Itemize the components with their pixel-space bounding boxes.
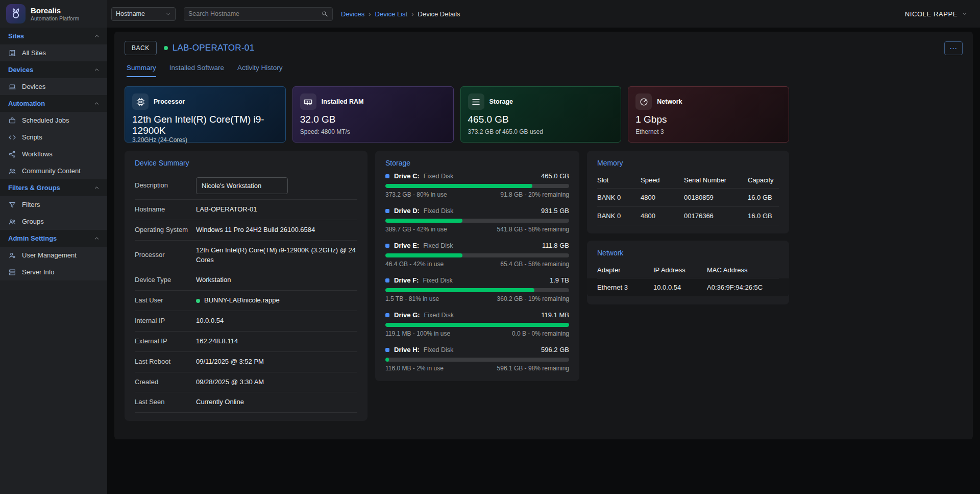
- row-label: Last User: [135, 296, 196, 305]
- breadcrumb-devices[interactable]: Devices: [341, 10, 364, 18]
- gauge-icon: [635, 93, 652, 110]
- sidebar-item-devices[interactable]: Devices: [0, 78, 107, 95]
- stat-title: Storage: [489, 98, 513, 105]
- drive-name: Drive E:: [394, 242, 419, 249]
- breadcrumb-device-list[interactable]: Device List: [375, 10, 408, 18]
- online-status-dot: [164, 46, 168, 50]
- sidebar-item-label: Groups: [22, 218, 44, 225]
- ram-icon: [300, 93, 316, 110]
- sidebar-item-scheduled-jobs[interactable]: Scheduled Jobs: [0, 112, 107, 129]
- drive-type: Fixed Disk: [424, 312, 454, 319]
- sidebar-section-filters-groups[interactable]: Filters & Groups: [0, 179, 107, 196]
- drive-usage-bar: [385, 358, 569, 362]
- cell-speed: 4800: [641, 194, 684, 201]
- brand-subtitle: Automation Platform: [31, 15, 79, 21]
- summary-row-description: Description: [135, 172, 357, 200]
- tab-installed-software[interactable]: Installed Software: [169, 64, 224, 77]
- column-header: Serial Number: [684, 176, 748, 184]
- brand-name: Borealis: [31, 6, 79, 15]
- column-header: Slot: [597, 176, 641, 184]
- memory-table-row: BANK 0 4800 00176366 16.0 GB: [597, 207, 779, 225]
- cell-slot: BANK 0: [597, 194, 641, 201]
- cell-adapter: Ethernet 3: [597, 284, 653, 291]
- chevron-up-icon: [93, 100, 100, 107]
- hostname-select[interactable]: Hostname: [111, 7, 176, 21]
- search-box: [184, 7, 333, 21]
- drive-size: 1.9 TB: [550, 276, 569, 284]
- drive-row-g: Drive G: Fixed Disk 119.1 MB 119.1 MB - …: [385, 311, 569, 337]
- column-header: MAC Address: [707, 266, 779, 274]
- card-title: Network: [597, 249, 779, 257]
- row-value: LAB-OPERATOR-01: [196, 205, 257, 215]
- stat-subtitle: Ethernet 3: [635, 128, 781, 135]
- search-input[interactable]: [188, 10, 318, 17]
- user-gear-icon: [8, 251, 16, 260]
- summary-row-last-seen: Last Seen Currently Online: [135, 392, 357, 413]
- drive-used: 389.7 GB - 42% in use: [385, 226, 447, 233]
- chevron-down-icon: [165, 11, 171, 17]
- drive-usage-bar: [385, 253, 569, 257]
- device-details-panel: BACK LAB-OPERATOR-01 ⋯ Summary Installed…: [114, 32, 973, 439]
- sidebar-item-community-content[interactable]: Community Content: [0, 162, 107, 179]
- sidebar-section-label: Devices: [8, 66, 33, 74]
- back-button[interactable]: BACK: [125, 41, 157, 55]
- user-menu[interactable]: NICOLE RAPPE: [905, 10, 968, 18]
- drive-remaining: 91.8 GB - 20% remaining: [500, 191, 569, 198]
- memory-table-header: Slot Speed Serial Number Capacity: [597, 172, 779, 189]
- sidebar-section-devices[interactable]: Devices: [0, 61, 107, 78]
- summary-row-device-type: Device Type Workstation: [135, 270, 357, 291]
- drive-type: Fixed Disk: [423, 242, 453, 249]
- drive-icon: [385, 209, 389, 213]
- sidebar-item-scripts[interactable]: Scripts: [0, 129, 107, 146]
- stat-cards: Processor 12th Gen Intel(R) Core(TM) i9-…: [125, 86, 789, 143]
- stat-value: 32.0 GB: [300, 114, 446, 125]
- drive-usage-bar: [385, 184, 569, 188]
- panel-header: BACK LAB-OPERATOR-01 ⋯: [125, 41, 963, 55]
- row-label: Last Seen: [135, 398, 196, 407]
- storage-stack-icon: [468, 93, 484, 110]
- sidebar-item-label: Devices: [22, 83, 45, 90]
- row-label: Created: [135, 378, 196, 387]
- row-value: 10.0.0.54: [196, 316, 224, 326]
- row-label: Last Reboot: [135, 358, 196, 366]
- sidebar-item-all-sites[interactable]: All Sites: [0, 44, 107, 61]
- chevron-up-icon: [93, 235, 100, 242]
- row-value: Workstation: [196, 275, 231, 285]
- row-value: 09/28/2025 @ 3:30 AM: [196, 378, 264, 387]
- sidebar-item-server-info[interactable]: Server Info: [0, 264, 107, 280]
- sidebar-section-automation[interactable]: Automation: [0, 95, 107, 112]
- summary-row-hostname: Hostname LAB-OPERATOR-01: [135, 200, 357, 220]
- sidebar-section-label: Automation: [8, 100, 45, 107]
- summary-row-operating-system: Operating System Windows 11 Pro 24H2 Bui…: [135, 220, 357, 241]
- cell-slot: BANK 0: [597, 212, 641, 220]
- cpu-icon: [132, 93, 149, 110]
- drive-name: Drive G:: [394, 311, 420, 319]
- row-value: Windows 11 Pro 24H2 Build 26100.6584: [196, 225, 315, 235]
- topbar: Hostname Devices › Device List › Device …: [107, 0, 980, 28]
- more-actions-button[interactable]: ⋯: [944, 41, 963, 55]
- tab-activity-history[interactable]: Activity History: [237, 64, 283, 77]
- sidebar-item-user-management[interactable]: User Management: [0, 247, 107, 264]
- search-icon: [321, 10, 328, 17]
- row-label: Internal IP: [135, 317, 196, 325]
- drive-size: 931.5 GB: [541, 207, 569, 215]
- sidebar-item-filters[interactable]: Filters: [0, 196, 107, 213]
- tab-summary[interactable]: Summary: [127, 64, 156, 77]
- drive-used: 116.0 MB - 2% in use: [385, 365, 444, 372]
- row-value: Currently Online: [196, 397, 244, 407]
- sidebar-item-workflows[interactable]: Workflows: [0, 146, 107, 162]
- description-input[interactable]: [196, 177, 288, 194]
- drive-name: Drive F:: [394, 276, 419, 284]
- card-title: Memory: [597, 159, 779, 167]
- memory-table-row: BANK 0 4800 00180859 16.0 GB: [597, 189, 779, 207]
- sidebar-section-sites[interactable]: Sites: [0, 28, 107, 44]
- drive-row-c: Drive C: Fixed Disk 465.0 GB 373.2 GB - …: [385, 172, 569, 198]
- stat-title: Network: [657, 98, 682, 105]
- network-table-row: Ethernet 3 10.0.0.54 A0:36:9F:94:26:5C: [587, 278, 789, 296]
- sidebar-item-label: Server Info: [22, 268, 55, 276]
- drive-icon: [385, 313, 389, 317]
- summary-row-processor: Processor 12th Gen Intel(R) Core(TM) i9-…: [135, 241, 357, 271]
- sidebar-item-groups[interactable]: Groups: [0, 213, 107, 230]
- row-label: External IP: [135, 337, 196, 346]
- sidebar-section-admin-settings[interactable]: Admin Settings: [0, 230, 107, 247]
